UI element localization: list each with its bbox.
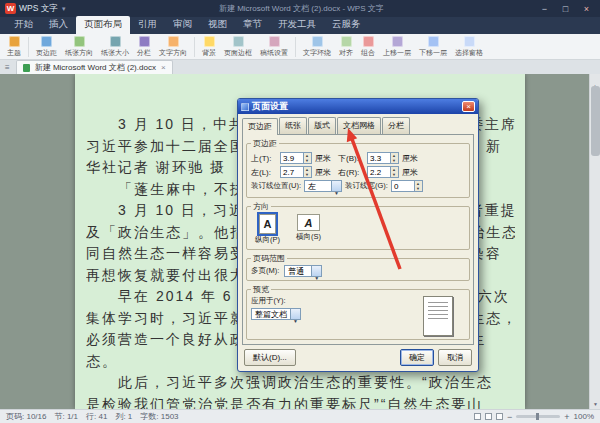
- dialog-tab-columns[interactable]: 分栏: [382, 117, 410, 134]
- maximize-button[interactable]: □: [557, 2, 574, 15]
- scroll-up-icon[interactable]: [590, 74, 600, 84]
- chevron-down-icon[interactable]: [290, 309, 300, 319]
- dialog-close-button[interactable]: ×: [462, 101, 475, 112]
- top-margin-input[interactable]: 3.9: [280, 152, 312, 164]
- menu-tab-section[interactable]: 章节: [235, 16, 270, 34]
- ribbon-button-margins[interactable]: 页边距: [33, 35, 60, 59]
- ribbon-button-group[interactable]: 组合: [358, 35, 378, 59]
- ribbon: 主题 页边距 纸张方向 纸张大小 分栏 文字方向 背景 页: [0, 34, 600, 60]
- outline-view-icon[interactable]: [496, 413, 503, 420]
- spinner-arrows-icon[interactable]: [390, 167, 398, 177]
- bottom-margin-input[interactable]: 3.3: [367, 152, 399, 164]
- dialog-body: 页边距 上(T): 3.9 厘米 下(B): 3.3 厘米: [242, 134, 474, 345]
- background-icon: [204, 36, 215, 47]
- ribbon-button-align[interactable]: 对齐: [336, 35, 356, 59]
- menu-tab-developer[interactable]: 开发工具: [270, 16, 324, 34]
- scroll-down-icon[interactable]: [590, 399, 600, 409]
- dialog-tab-paper[interactable]: 纸张: [279, 117, 307, 134]
- ribbon-button-send-backward[interactable]: 下移一层: [416, 35, 450, 59]
- dialog-titlebar[interactable]: 页面设置 ×: [238, 99, 478, 114]
- status-word-count[interactable]: 字数: 1503: [140, 411, 178, 422]
- menu-tab-cloud[interactable]: 云服务: [324, 16, 369, 34]
- spinner-arrows-icon[interactable]: [303, 167, 311, 177]
- ribbon-button-manuscript-paper[interactable]: 稿纸设置: [257, 35, 291, 59]
- zoom-slider[interactable]: [516, 415, 560, 418]
- web-view-icon[interactable]: [485, 413, 492, 420]
- zoom-level: 100%: [574, 412, 594, 421]
- spinner-arrows-icon[interactable]: [303, 153, 311, 163]
- ribbon-button-label: 纸张大小: [101, 48, 129, 58]
- document-line[interactable]: 此后，习近平多次强调政治生态的重要性。“政治生态: [86, 372, 515, 394]
- ribbon-button-background[interactable]: 背景: [199, 35, 219, 59]
- ribbon-button-label: 纸张方向: [65, 48, 93, 58]
- ribbon-button-columns[interactable]: 分栏: [134, 35, 154, 59]
- orientation-legend: 方向: [251, 201, 271, 212]
- dialog-tab-layout[interactable]: 版式: [308, 117, 336, 134]
- document-tab[interactable]: 新建 Microsoft Word 文档 (2).docx ×: [16, 60, 173, 74]
- ribbon-button-theme[interactable]: 主题: [4, 35, 24, 59]
- zoom-slider-thumb[interactable]: [536, 413, 539, 420]
- zoom-in-icon[interactable]: +: [564, 413, 569, 421]
- wps-logo[interactable]: W WPS 文字 ▼: [5, 3, 67, 15]
- default-button[interactable]: 默认(D)...: [244, 349, 296, 366]
- ribbon-button-orientation[interactable]: 纸张方向: [62, 35, 96, 59]
- paper-size-icon: [110, 36, 121, 47]
- margins-icon: [41, 36, 52, 47]
- orientation-options: 纵向(P) 横向(S): [251, 213, 465, 246]
- chevron-down-icon[interactable]: [331, 181, 341, 191]
- ribbon-button-label: 主题: [7, 48, 21, 58]
- gutter-width-input[interactable]: 0: [391, 180, 423, 192]
- menu-tab-page-layout[interactable]: 页面布局: [76, 16, 130, 34]
- document-line[interactable]: 是检验我们管党治党是否有力的重要标尺”“自然生态要山: [86, 394, 515, 410]
- zoom-out-icon[interactable]: −: [507, 413, 512, 421]
- ribbon-button-text-wrap[interactable]: 文字环绕: [300, 35, 334, 59]
- page-preview-thumbnail: [423, 296, 453, 336]
- left-margin-input[interactable]: 2.7: [280, 166, 312, 178]
- page-range-group: 页码范围 多页(M): 普通: [246, 253, 470, 281]
- status-right-controls: − + 100%: [474, 412, 594, 421]
- minimize-button[interactable]: −: [536, 2, 553, 15]
- apply-to-value: 整篇文档: [252, 309, 290, 320]
- portrait-label: 纵向(P): [255, 235, 280, 245]
- multi-pages-select[interactable]: 普通: [284, 265, 322, 277]
- portrait-option[interactable]: 纵向(P): [255, 214, 280, 245]
- vertical-scrollbar[interactable]: [589, 74, 600, 409]
- paper-orientation-icon: [74, 36, 85, 47]
- ribbon-button-label: 分栏: [137, 48, 151, 58]
- ribbon-button-page-border[interactable]: 页面边框: [221, 35, 255, 59]
- ribbon-button-selection-pane[interactable]: 选择窗格: [452, 35, 486, 59]
- dialog-tab-document-grid[interactable]: 文档网格: [337, 117, 381, 134]
- menu-tab-home[interactable]: 开始: [6, 16, 41, 34]
- scrollbar-thumb[interactable]: [591, 86, 600, 156]
- ribbon-button-text-direction[interactable]: 文字方向: [156, 35, 190, 59]
- apply-to-block: 应用于(Y): 整篇文档: [251, 296, 301, 320]
- ribbon-button-bring-forward[interactable]: 上移一层: [380, 35, 414, 59]
- tab-close-icon[interactable]: ×: [161, 63, 166, 72]
- menu-tab-view[interactable]: 视图: [200, 16, 235, 34]
- chevron-down-icon[interactable]: [311, 266, 321, 276]
- titlebar: W WPS 文字 ▼ 新建 Microsoft Word 文档 (2).docx…: [0, 0, 600, 17]
- cancel-button[interactable]: 取消: [438, 349, 472, 366]
- chevron-down-icon: ▼: [61, 6, 67, 12]
- gutter-width-value: 0: [392, 181, 414, 191]
- landscape-option[interactable]: 横向(S): [296, 214, 321, 245]
- ribbon-button-paper-size[interactable]: 纸张大小: [98, 35, 132, 59]
- unit-label: 厘米: [402, 167, 418, 178]
- manuscript-grid-icon: [269, 36, 280, 47]
- ok-button[interactable]: 确定: [400, 349, 434, 366]
- ribbon-separator: [194, 37, 195, 57]
- menu-tab-references[interactable]: 引用: [130, 16, 165, 34]
- page-view-icon[interactable]: [474, 413, 481, 420]
- gutter-position-select[interactable]: 左: [304, 180, 342, 192]
- menu-tab-review[interactable]: 审阅: [165, 16, 200, 34]
- document-tab-bar: ≡ 新建 Microsoft Word 文档 (2).docx ×: [0, 60, 600, 74]
- hamburger-menu-icon[interactable]: ≡: [4, 62, 11, 74]
- dialog-tab-margins[interactable]: 页边距: [242, 118, 278, 135]
- spinner-arrows-icon[interactable]: [390, 153, 398, 163]
- close-button[interactable]: ×: [578, 2, 595, 15]
- apply-to-select[interactable]: 整篇文档: [251, 308, 301, 320]
- spinner-arrows-icon[interactable]: [414, 181, 422, 191]
- menu-tab-insert[interactable]: 插入: [41, 16, 76, 34]
- margins-row-left-right: 左(L): 2.7 厘米 右(R): 2.2 厘米: [251, 166, 465, 178]
- right-margin-input[interactable]: 2.2: [367, 166, 399, 178]
